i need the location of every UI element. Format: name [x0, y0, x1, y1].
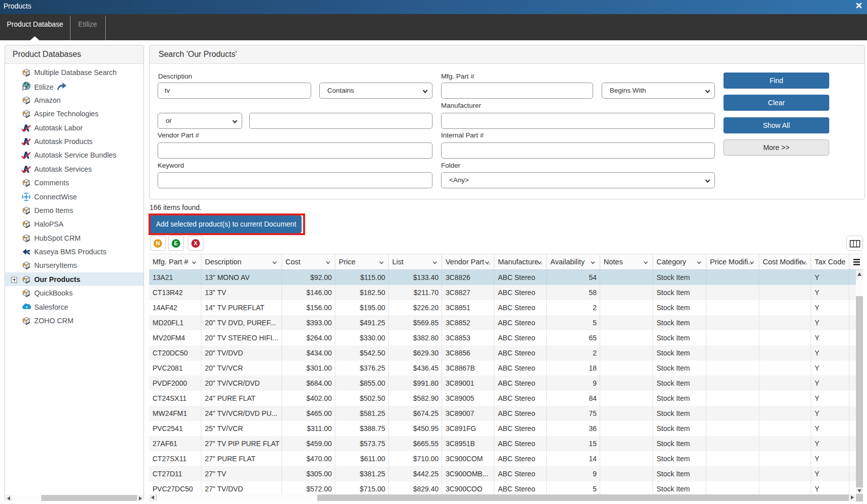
svg-text:s: s	[26, 305, 28, 309]
